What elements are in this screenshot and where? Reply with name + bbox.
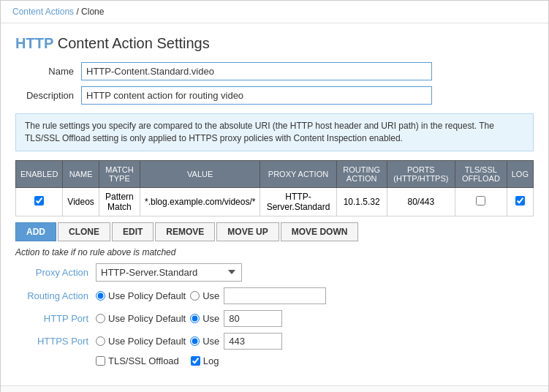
- add-button[interactable]: ADD: [15, 222, 56, 241]
- rules-table: ENABLED NAME MATCH TYPE VALUE PROXY ACTI…: [15, 160, 534, 216]
- https-use-policy-radio[interactable]: [96, 336, 105, 346]
- cell-match-type: Pattern Match: [99, 187, 140, 216]
- log-checkbox[interactable]: [515, 196, 525, 206]
- breadcrumb-parent[interactable]: Content Actions: [12, 7, 74, 17]
- https-use-policy-label[interactable]: Use Policy Default: [96, 336, 186, 347]
- https-port-input[interactable]: [224, 333, 282, 350]
- page-title: HTTP Content Action Settings: [15, 35, 534, 52]
- routing-use-radio[interactable]: [190, 291, 200, 301]
- http-use-policy-label[interactable]: Use Policy Default: [96, 313, 186, 324]
- http-port-input[interactable]: [224, 310, 282, 327]
- https-port-content: Use Policy Default Use: [96, 333, 534, 350]
- https-port-label: HTTPS Port: [15, 336, 96, 347]
- https-port-row: HTTPS Port Use Policy Default Use: [15, 333, 534, 350]
- move-up-button[interactable]: MOVE UP: [216, 222, 279, 241]
- bottom-options: TLS/SSL Offload Log: [96, 355, 534, 366]
- name-input[interactable]: [81, 62, 432, 80]
- proxy-action-row: Proxy Action HTTP-Server.Standard: [15, 263, 534, 282]
- tls-ssl-checkbox[interactable]: [476, 196, 485, 206]
- http-use-policy-radio[interactable]: [96, 314, 105, 323]
- name-row: Name: [15, 62, 534, 80]
- section-label: Action to take if no rule above is match…: [15, 247, 534, 257]
- move-down-button[interactable]: MOVE DOWN: [281, 222, 359, 241]
- cell-value: *.blog.example.com/videos/*: [140, 187, 260, 216]
- routing-action-label: Routing Action: [15, 290, 96, 301]
- enabled-checkbox[interactable]: [34, 196, 44, 206]
- table-row: Videos Pattern Match *.blog.example.com/…: [16, 187, 534, 216]
- http-use-label[interactable]: Use: [190, 313, 219, 324]
- description-label: Description: [15, 90, 81, 101]
- description-row: Description: [15, 86, 534, 105]
- routing-use-input[interactable]: [224, 287, 326, 304]
- https-use-radio[interactable]: [190, 336, 200, 346]
- log-bottom-checkbox[interactable]: [191, 356, 200, 366]
- breadcrumb-current: Clone: [81, 7, 104, 17]
- https-use-label[interactable]: Use: [190, 336, 219, 347]
- footer: SAVE CANCEL: [1, 385, 548, 392]
- edit-button[interactable]: EDIT: [112, 222, 154, 241]
- col-tls-ssl: TLS/SSL OFFLOAD: [455, 160, 507, 187]
- http-use-radio[interactable]: [190, 314, 200, 323]
- cell-tls-ssl[interactable]: [455, 187, 507, 216]
- col-name: NAME: [63, 160, 99, 187]
- proxy-action-select[interactable]: HTTP-Server.Standard: [96, 263, 242, 282]
- http-port-label: HTTP Port: [15, 313, 96, 324]
- routing-action-row: Routing Action Use Policy Default Use: [15, 287, 534, 304]
- title-prefix: HTTP: [15, 35, 53, 51]
- breadcrumb: Content Actions / Clone: [1, 1, 548, 23]
- info-box: The rule settings you specify are compar…: [15, 113, 534, 151]
- routing-use-policy-label[interactable]: Use Policy Default: [96, 290, 186, 301]
- http-port-row: HTTP Port Use Policy Default Use: [15, 310, 534, 327]
- routing-action-content: Use Policy Default Use: [96, 287, 534, 304]
- col-value: VALUE: [140, 160, 260, 187]
- log-bottom-label[interactable]: Log: [191, 355, 219, 366]
- tls-ssl-offload-label[interactable]: TLS/SSL Offload: [96, 355, 179, 366]
- cell-log[interactable]: [507, 187, 533, 216]
- col-match-type: MATCH TYPE: [99, 160, 140, 187]
- proxy-action-content: HTTP-Server.Standard: [96, 263, 534, 282]
- cell-ports: 80/443: [387, 187, 455, 216]
- col-proxy-action: PROXY ACTION: [260, 160, 336, 187]
- proxy-action-label: Proxy Action: [15, 267, 96, 278]
- cell-proxy-action: HTTP-Server.Standard: [260, 187, 336, 216]
- col-enabled: ENABLED: [16, 160, 63, 187]
- cell-routing-action: 10.1.5.32: [336, 187, 387, 216]
- toolbar: ADD CLONE EDIT REMOVE MOVE UP MOVE DOWN: [15, 216, 534, 247]
- col-routing-action: ROUTING ACTION: [336, 160, 387, 187]
- cell-name: Videos: [63, 187, 99, 216]
- http-port-content: Use Policy Default Use: [96, 310, 534, 327]
- col-ports: PORTS (HTTP/HTTPS): [387, 160, 455, 187]
- routing-use-label[interactable]: Use: [190, 290, 219, 301]
- remove-button[interactable]: REMOVE: [155, 222, 215, 241]
- name-label: Name: [15, 66, 81, 77]
- description-input[interactable]: [81, 86, 432, 105]
- title-suffix: Content Action Settings: [53, 35, 209, 51]
- cell-enabled[interactable]: [16, 187, 63, 216]
- col-log: LOG: [507, 160, 533, 187]
- routing-use-policy-radio[interactable]: [96, 291, 105, 301]
- tls-ssl-offload-checkbox[interactable]: [96, 356, 105, 366]
- clone-button[interactable]: CLONE: [58, 222, 110, 241]
